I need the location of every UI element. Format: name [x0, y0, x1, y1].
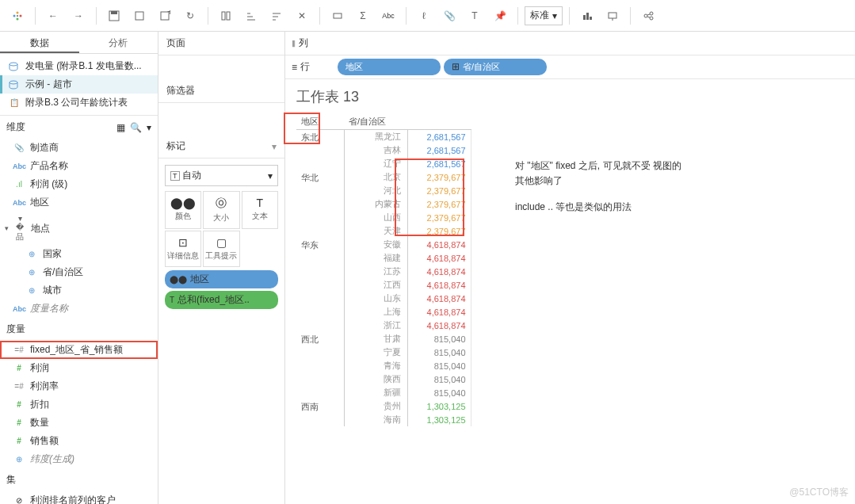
mark-cell-颜色[interactable]: ⬤⬤颜色 [165, 191, 201, 229]
highlight-icon[interactable]: ℓ [413, 5, 435, 27]
field-利润[interactable]: #利润 [0, 359, 158, 377]
chevron-down-icon[interactable]: ▾ [272, 141, 277, 152]
shelf-pill[interactable]: 地区 [338, 59, 441, 75]
datasource-item[interactable]: 示例 - 超市 [0, 75, 158, 94]
fit-dropdown[interactable]: 标准▾ [525, 6, 563, 25]
svg-rect-14 [586, 13, 589, 20]
field-地点[interactable]: ▾ ▾ �品地点 [0, 212, 158, 245]
mark-pill[interactable]: T总和(fixed_地区.. [165, 291, 278, 309]
datasource-item[interactable]: 发电量 (附录B.1 发电量数... [0, 57, 158, 75]
datasource-item[interactable]: 📋附录B.3 公司年龄统计表 [0, 94, 158, 112]
province-cell: 山西 [344, 211, 407, 224]
table-row[interactable]: 华北北京2,379,677 [296, 170, 471, 184]
field-数量[interactable]: #数量 [0, 414, 158, 432]
totals-icon[interactable]: Σ [352, 5, 374, 27]
field-利润排名前列的客户[interactable]: ⊘利润排名前列的客户 [0, 491, 158, 504]
field-利润率[interactable]: =#利润率 [0, 377, 158, 395]
present-icon[interactable] [601, 5, 624, 27]
mark-type-select[interactable]: T 自动▾ [165, 165, 278, 186]
field-fixed_地区_省_销售额[interactable]: =#fixed_地区_省_销售额 [0, 341, 158, 359]
field-地区[interactable]: Abc地区 [0, 193, 158, 212]
new-datasource-icon[interactable] [128, 5, 151, 27]
field-label: 利润排名前列的客户 [30, 494, 116, 504]
value-cell: 815,040 [407, 359, 471, 372]
value-cell: 2,681,567 [407, 143, 471, 157]
db-icon [8, 62, 21, 71]
svg-point-20 [650, 17, 653, 20]
attach-icon[interactable]: 📎 [438, 5, 460, 27]
pin-icon[interactable]: 📌 [489, 5, 511, 27]
province-cell: 青海 [344, 359, 407, 372]
set-header: 集 [6, 473, 16, 487]
view-icon[interactable]: ▦ [116, 122, 125, 133]
mark-pill[interactable]: ⬤⬤地区 [165, 270, 278, 288]
field-label: 地区 [30, 196, 49, 209]
db-icon: 📋 [8, 98, 21, 107]
forward-icon[interactable]: → [67, 5, 90, 27]
new-worksheet-icon[interactable]: + [154, 5, 176, 27]
menu-icon[interactable]: ▾ [147, 122, 151, 133]
field-国家[interactable]: ⊕国家 [0, 245, 158, 263]
text-icon[interactable]: T [464, 5, 486, 27]
shelf-pill[interactable]: ⊞省/自治区 [444, 59, 547, 75]
abc-icon[interactable]: Abc [377, 5, 399, 27]
province-cell: 黑龙江 [344, 130, 407, 144]
value-cell: 2,379,677 [407, 211, 471, 224]
field-产品名称[interactable]: Abc产品名称 [0, 157, 158, 175]
province-cell: 贵州 [344, 399, 407, 413]
mark-cell-大小[interactable]: ⓞ大小 [203, 191, 239, 229]
share-icon[interactable] [637, 5, 659, 27]
field-利润 (级)[interactable]: .ıl利润 (级) [0, 175, 158, 193]
province-cell: 陕西 [344, 372, 407, 386]
pages-header: 页面 [166, 36, 185, 50]
value-cell: 4,618,874 [407, 278, 471, 292]
table-row[interactable]: 东北黑龙江2,681,567 [296, 130, 471, 144]
search-icon[interactable]: 🔍 [130, 122, 142, 133]
sort-desc-icon[interactable] [265, 5, 288, 27]
svg-rect-16 [609, 13, 616, 18]
mark-cell-文本[interactable]: T文本 [242, 191, 278, 229]
field-纬度(生成)[interactable]: ⊕纬度(生成) [0, 450, 158, 468]
showme-icon[interactable] [576, 5, 598, 27]
value-cell: 4,618,874 [407, 265, 471, 278]
table-row[interactable]: 西北甘肃815,040 [296, 332, 471, 346]
table-row[interactable]: 华东安徽4,618,874 [296, 238, 471, 251]
swap-icon[interactable] [215, 5, 237, 27]
province-cell: 新疆 [344, 386, 407, 399]
save-icon[interactable] [103, 5, 125, 27]
group-icon[interactable] [326, 5, 349, 27]
field-度量名称[interactable]: Abc度量名称 [0, 300, 158, 318]
value-cell: 4,618,874 [407, 292, 471, 305]
field-折扣[interactable]: #折扣 [0, 395, 158, 414]
field-城市[interactable]: ⊕城市 [0, 281, 158, 300]
cards-pane: 页面 筛选器 标记▾ T 自动▾ ⬤⬤颜色ⓞ大小T文本⊡详细信息▢工具提示 ⬤⬤… [158, 32, 285, 504]
worksheet-title: 工作表 13 [285, 79, 855, 114]
field-销售额[interactable]: #销售额 [0, 432, 158, 450]
tab-analysis[interactable]: 分析 [79, 32, 158, 53]
clear-icon[interactable]: ✕ [291, 5, 313, 27]
table-row[interactable]: 西南贵州1,303,125 [296, 399, 471, 413]
logo-icon[interactable] [6, 5, 29, 27]
field-省/自治区[interactable]: ⊕省/自治区 [0, 263, 158, 281]
sort-asc-icon[interactable] [240, 5, 262, 27]
watermark: @51CTO博客 [789, 486, 849, 499]
province-cell: 上海 [344, 305, 407, 319]
tab-data[interactable]: 数据 [0, 32, 79, 53]
field-label: 折扣 [30, 398, 49, 411]
svg-text:+: + [167, 10, 170, 17]
svg-point-1 [13, 14, 16, 17]
ds-label: 示例 - 超市 [25, 78, 72, 91]
svg-rect-15 [590, 17, 592, 20]
field-label: fixed_地区_省_销售额 [30, 343, 123, 357]
db-icon [8, 80, 21, 90]
columns-label: 列 [299, 36, 308, 50]
mark-cell-详细信息[interactable]: ⊡详细信息 [165, 231, 201, 267]
mark-cell-工具提示[interactable]: ▢工具提示 [203, 231, 239, 267]
field-label: 利润 [30, 361, 49, 375]
back-icon[interactable]: ← [42, 5, 64, 27]
value-cell: 2,379,677 [407, 170, 471, 184]
toolbar: ← → + ↻ ✕ Σ Abc ℓ 📎 T 📌 标准▾ [0, 0, 855, 32]
field-制造商[interactable]: 📎制造商 [0, 139, 158, 157]
svg-point-3 [17, 17, 19, 20]
refresh-icon[interactable]: ↻ [179, 5, 201, 27]
